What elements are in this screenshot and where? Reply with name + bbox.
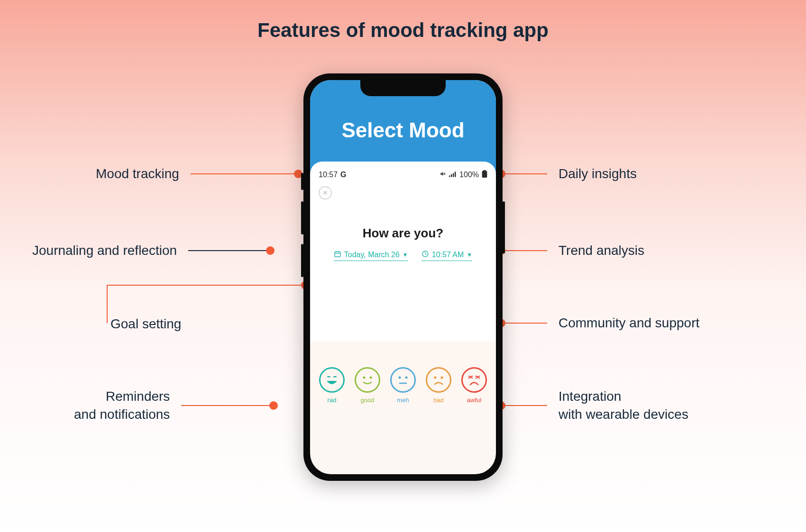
feature-label: Goal setting xyxy=(110,315,181,333)
feature-goal-setting: Goal setting xyxy=(110,315,181,333)
feature-wearables: Integration with wearable devices xyxy=(497,388,688,424)
callout-line xyxy=(505,323,547,324)
feature-label: Reminders and notifications xyxy=(74,388,170,424)
battery-pct: 100% xyxy=(459,171,479,179)
status-time: 10:57 xyxy=(319,171,338,179)
feature-label: Journaling and reflection xyxy=(32,242,177,260)
callout-line-vertical xyxy=(107,285,108,323)
page-title: Features of mood tracking app xyxy=(0,19,806,42)
feature-label: Community and support xyxy=(559,314,699,332)
face-icon-good xyxy=(355,367,380,393)
date-picker[interactable]: Today, March 26 ▼ xyxy=(334,250,408,261)
feature-goal-setting-dot xyxy=(107,281,310,289)
mood-label: good xyxy=(361,397,375,404)
mood-selector: rad good xyxy=(310,342,496,404)
mood-option-good[interactable]: good xyxy=(353,367,382,404)
phone-side-button xyxy=(503,201,505,253)
svg-rect-4 xyxy=(483,170,485,171)
svg-rect-14 xyxy=(333,376,337,378)
svg-line-12 xyxy=(425,254,427,254)
feature-mood-tracking: Mood tracking xyxy=(96,165,302,183)
feature-label: Trend analysis xyxy=(559,242,644,260)
callout-dot xyxy=(269,401,278,410)
svg-point-18 xyxy=(405,377,408,379)
callout-line xyxy=(181,405,269,406)
mood-option-meh[interactable]: meh xyxy=(389,367,417,404)
close-icon: ✕ xyxy=(322,189,328,197)
feature-daily-insights: Daily insights xyxy=(497,165,637,183)
phone-side-button xyxy=(301,244,303,277)
phone-screen: Select Mood 10:57 G 100% xyxy=(310,80,496,474)
chevron-down-icon: ▼ xyxy=(467,252,472,258)
date-picker-label: Today, March 26 xyxy=(344,251,400,259)
feature-label: Daily insights xyxy=(559,165,637,183)
feature-community: Community and support xyxy=(497,314,699,332)
mood-option-rad[interactable]: rad xyxy=(318,367,346,404)
clock-icon xyxy=(421,250,429,260)
pickers-row: Today, March 26 ▼ 10:57 AM ▼ xyxy=(319,250,487,261)
mood-prompt: How are you? xyxy=(319,226,487,241)
feature-label: Mood tracking xyxy=(96,165,179,183)
callout-line xyxy=(505,173,547,174)
time-picker[interactable]: 10:57 AM ▼ xyxy=(421,250,473,261)
mood-label: awful xyxy=(467,397,481,404)
svg-rect-6 xyxy=(335,252,340,257)
battery-icon xyxy=(482,170,487,180)
feature-reminders: Reminders and notifications xyxy=(74,388,278,424)
phone-side-button xyxy=(301,173,303,190)
callout-line xyxy=(505,250,547,251)
mood-label: bad xyxy=(433,397,444,404)
face-icon-bad xyxy=(426,367,451,393)
feature-label: Integration with wearable devices xyxy=(559,388,688,424)
signal-icon xyxy=(449,171,457,179)
status-brand: G xyxy=(340,171,346,179)
time-picker-label: 10:57 AM xyxy=(432,251,464,259)
face-icon-meh xyxy=(390,367,416,393)
callout-line xyxy=(505,405,547,406)
phone-frame: Select Mood 10:57 G 100% xyxy=(303,73,503,481)
face-icon-awful xyxy=(461,367,487,393)
phone-side-button xyxy=(301,201,303,234)
mood-label: meh xyxy=(397,397,409,404)
face-icon-rad xyxy=(319,367,345,393)
svg-rect-3 xyxy=(455,171,456,177)
phone-notch xyxy=(360,80,446,96)
callout-line xyxy=(188,250,266,251)
close-button[interactable]: ✕ xyxy=(319,186,332,199)
status-bar: 10:57 G 100% xyxy=(319,170,487,180)
chevron-down-icon: ▼ xyxy=(403,252,408,258)
svg-rect-1 xyxy=(451,174,452,177)
app-header-title: Select Mood xyxy=(341,118,464,142)
svg-point-16 xyxy=(370,377,372,379)
svg-point-15 xyxy=(363,377,366,379)
svg-rect-2 xyxy=(453,173,454,177)
feature-trend-analysis: Trend analysis xyxy=(497,242,644,260)
svg-rect-5 xyxy=(482,171,487,178)
svg-rect-13 xyxy=(327,376,330,378)
calendar-icon xyxy=(334,250,341,260)
svg-rect-0 xyxy=(449,175,450,177)
mood-option-bad[interactable]: bad xyxy=(424,367,453,404)
feature-journaling: Journaling and reflection xyxy=(32,242,275,260)
mood-label: rad xyxy=(328,397,337,404)
mood-option-awful[interactable]: awful xyxy=(460,367,488,404)
callout-line xyxy=(191,173,294,174)
svg-point-21 xyxy=(441,377,443,379)
svg-point-17 xyxy=(399,377,401,379)
app-card: 10:57 G 100% ✕ xyxy=(310,162,496,342)
svg-point-20 xyxy=(434,377,437,379)
callout-dot xyxy=(266,246,275,255)
mute-icon xyxy=(440,171,446,179)
callout-line xyxy=(107,285,301,286)
